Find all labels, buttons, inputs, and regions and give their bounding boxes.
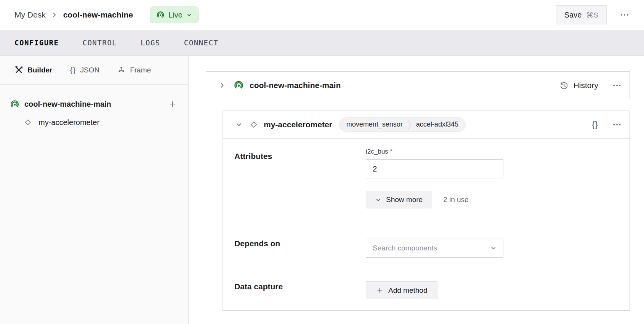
attributes-label: Attributes <box>234 152 272 161</box>
live-status-dropdown[interactable]: Live <box>150 6 199 23</box>
machine-part-title: cool-new-machine-main <box>250 81 341 90</box>
tree-connector-line <box>206 99 206 311</box>
add-method-button[interactable]: Add method <box>366 281 437 299</box>
depends-on-label: Depends on <box>234 239 280 248</box>
component-model-label: accel-adxl345 <box>416 120 458 128</box>
tools-icon <box>14 66 23 74</box>
view-tab-builder[interactable]: Builder <box>14 66 52 74</box>
diamond-icon <box>249 120 258 129</box>
tab-control[interactable]: CONTROL <box>82 38 117 47</box>
component-card-header: my-accelerometer movement_sensor accel-a… <box>223 111 630 138</box>
component-tree: cool-new-machine-main my-accelerometer <box>0 85 188 131</box>
breadcrumb-current: cool-new-machine <box>63 10 133 19</box>
component-card-actions: {} <box>592 120 622 130</box>
frame-axes-icon <box>117 66 126 74</box>
view-tab-frame-label: Frame <box>130 66 151 74</box>
overflow-menu-icon[interactable] <box>612 80 622 90</box>
field-label-i2c-bus: i2c_bus* <box>366 148 503 156</box>
breadcrumb-parent[interactable]: My Desk <box>14 10 46 19</box>
history-label: History <box>574 81 598 90</box>
attributes-usage-count: 2 in use <box>443 196 469 204</box>
braces-icon: {} <box>70 66 76 75</box>
history-button[interactable]: History <box>559 80 598 90</box>
breadcrumb-chevron-icon <box>51 11 58 18</box>
tree-item-accelerometer[interactable]: my-accelerometer <box>0 114 188 131</box>
view-tab-json[interactable]: {} JSON <box>70 66 99 75</box>
show-more-button[interactable]: Show more <box>366 191 432 209</box>
depends-on-section: Depends on Search components <box>223 227 630 270</box>
data-capture-section: Data capture Add method <box>223 270 630 310</box>
nav-tab-bar: CONFIGURE CONTROL LOGS CONNECT <box>0 30 644 56</box>
broadcast-icon <box>234 80 244 90</box>
field-name: i2c_bus <box>366 148 388 155</box>
config-main-panel: cool-new-machine-main History <box>189 56 644 324</box>
live-status-label: Live <box>168 11 183 19</box>
config-sidebar: Builder {} JSON Frame <box>0 56 189 324</box>
attributes-fields: i2c_bus* Show more 2 in use <box>366 148 503 209</box>
broadcast-icon <box>156 11 165 19</box>
attributes-section: Attributes i2c_bus* Show more 2 in use <box>223 138 630 227</box>
broadcast-icon <box>10 99 19 109</box>
overflow-menu-icon[interactable] <box>620 10 630 20</box>
chevron-down-icon <box>375 197 381 203</box>
tree-item-label: my-accelerometer <box>38 118 99 127</box>
i2c-bus-input[interactable] <box>366 159 503 178</box>
add-method-label: Add method <box>388 286 427 295</box>
top-bar: My Desk cool-new-machine Live Save ⌘S <box>0 0 644 30</box>
view-tab-builder-label: Builder <box>27 66 52 74</box>
view-tab-json-label: JSON <box>80 66 99 74</box>
chevron-down-icon <box>186 12 192 18</box>
depends-on-select[interactable]: Search components <box>366 239 503 258</box>
machine-part-card: cool-new-machine-main History <box>206 71 630 99</box>
diamond-icon <box>24 118 32 127</box>
badge-separator-chevron-icon <box>407 118 412 131</box>
attributes-footer: Show more 2 in use <box>366 191 503 209</box>
tree-item-label: cool-new-machine-main <box>24 100 163 109</box>
required-asterisk: * <box>390 148 393 155</box>
plus-icon <box>376 287 383 294</box>
component-card-accelerometer: my-accelerometer movement_sensor accel-a… <box>223 111 630 311</box>
overflow-menu-icon[interactable] <box>612 120 622 130</box>
tree-item-machine-main[interactable]: cool-new-machine-main <box>0 95 188 113</box>
json-mode-icon[interactable]: {} <box>592 120 598 130</box>
save-button[interactable]: Save ⌘S <box>556 5 607 24</box>
component-type-label: movement_sensor <box>346 120 403 128</box>
save-shortcut: ⌘S <box>586 11 598 19</box>
add-component-icon[interactable] <box>168 100 177 108</box>
chevron-right-icon[interactable] <box>218 82 226 89</box>
component-title: my-accelerometer <box>264 120 332 129</box>
component-type-badge: movement_sensor accel-adxl345 <box>339 117 466 132</box>
chevron-down-icon[interactable] <box>235 121 243 128</box>
view-mode-tabs: Builder {} JSON Frame <box>0 56 188 85</box>
depends-on-placeholder: Search components <box>373 244 490 252</box>
history-icon <box>559 80 569 90</box>
chevron-down-icon <box>490 245 497 252</box>
view-tab-frame[interactable]: Frame <box>117 66 151 74</box>
save-label: Save <box>564 11 582 19</box>
tab-logs[interactable]: LOGS <box>141 38 160 47</box>
tab-configure[interactable]: CONFIGURE <box>14 38 59 47</box>
data-capture-label: Data capture <box>234 282 283 291</box>
tab-connect[interactable]: CONNECT <box>184 38 219 47</box>
show-more-label: Show more <box>386 196 423 204</box>
